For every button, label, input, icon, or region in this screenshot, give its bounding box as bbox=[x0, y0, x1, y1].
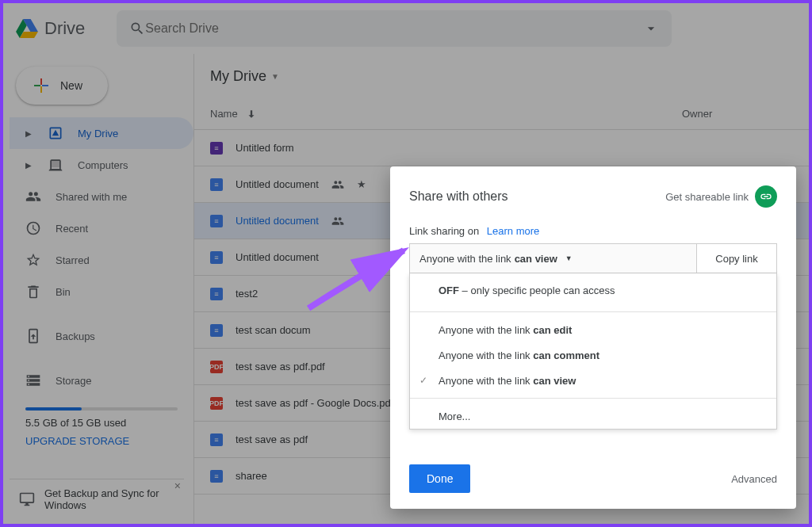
opt-off-rest: – only specific people can access bbox=[459, 285, 615, 296]
sharing-label: Link sharing on bbox=[409, 225, 479, 237]
get-shareable-link[interactable]: Get shareable link bbox=[665, 191, 749, 203]
selector-value: can view bbox=[515, 253, 557, 265]
opt-prefix: Anyone with the link bbox=[439, 375, 533, 387]
done-button[interactable]: Done bbox=[409, 464, 470, 493]
permission-selector[interactable]: Anyone with the link can view ▼ bbox=[410, 244, 697, 273]
option-can-comment[interactable]: Anyone with the link can comment bbox=[410, 342, 776, 368]
opt-prefix: Anyone with the link bbox=[439, 324, 533, 336]
option-can-view[interactable]: Anyone with the link can view bbox=[410, 368, 776, 393]
advanced-link[interactable]: Advanced bbox=[731, 473, 777, 485]
learn-more-link[interactable]: Learn more bbox=[487, 225, 539, 237]
option-can-edit[interactable]: Anyone with the link can edit bbox=[410, 317, 776, 342]
opt-prefix: Anyone with the link bbox=[439, 349, 533, 361]
dialog-title: Share with others bbox=[409, 189, 508, 204]
option-more[interactable]: More... bbox=[410, 403, 776, 429]
opt-off-bold: OFF bbox=[439, 285, 459, 296]
link-permission-row: Anyone with the link can view ▼ Copy lin… bbox=[409, 243, 777, 273]
share-dialog: Share with others Get shareable link Lin… bbox=[390, 166, 796, 509]
option-off[interactable]: OFF – only specific people can access bbox=[410, 273, 776, 307]
link-sharing-status: Link sharing on Learn more bbox=[409, 225, 777, 237]
permission-dropdown: OFF – only specific people can access An… bbox=[409, 273, 777, 430]
opt-bold: can edit bbox=[533, 324, 572, 336]
copy-link-button[interactable]: Copy link bbox=[697, 244, 776, 273]
opt-bold: can view bbox=[533, 375, 576, 387]
chevron-down-icon: ▼ bbox=[565, 254, 573, 262]
selector-prefix: Anyone with the link bbox=[419, 253, 511, 265]
link-icon[interactable] bbox=[755, 185, 777, 208]
opt-bold: can comment bbox=[533, 349, 599, 361]
